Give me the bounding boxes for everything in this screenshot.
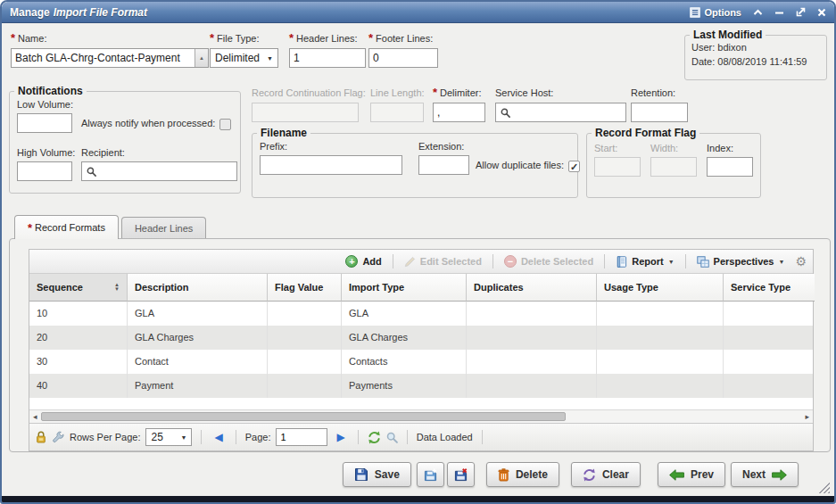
- save-new-icon: [424, 468, 437, 482]
- save-and-new-button[interactable]: [417, 462, 444, 487]
- trash-icon: [498, 468, 509, 482]
- options-button[interactable]: Options: [690, 7, 741, 18]
- header-lines-field: *Header Lines:: [289, 33, 366, 68]
- tab-header-lines[interactable]: Header Lines: [121, 217, 206, 238]
- name-label: *Name:: [11, 33, 209, 46]
- grid-toolbar: + Add Edit Selected − Delete Selected Re…: [29, 250, 813, 274]
- footer-lines-input[interactable]: [368, 48, 438, 68]
- recipient-lookup-input[interactable]: [81, 161, 237, 181]
- rows-per-page-select[interactable]: 25 ▼: [145, 428, 192, 446]
- previous-page-arrow-icon[interactable]: ◀: [211, 431, 226, 443]
- index-input[interactable]: [707, 157, 753, 177]
- record-continuation-flag-field: Record Continuation Flag:: [252, 87, 359, 122]
- filename-legend: Filename: [257, 127, 310, 139]
- table-row[interactable]: 20 GLA Charges GLA Charges: [29, 326, 813, 350]
- report-button[interactable]: Report ▼: [611, 256, 678, 268]
- width-input: [650, 157, 697, 177]
- options-button-label: Options: [704, 7, 741, 18]
- column-header-description[interactable]: Description: [128, 274, 268, 302]
- clear-button[interactable]: Clear: [571, 462, 641, 487]
- column-header-sequence[interactable]: Sequence ▲▼: [29, 274, 128, 302]
- cell-sequence: 30: [29, 350, 128, 374]
- high-volume-input[interactable]: [17, 161, 72, 181]
- low-volume-input[interactable]: [17, 113, 72, 133]
- column-header-usage-type[interactable]: Usage Type: [597, 274, 724, 302]
- header-lines-label: *Header Lines:: [289, 33, 366, 46]
- header-lines-input[interactable]: [289, 48, 366, 68]
- pager-separator: [407, 430, 408, 444]
- last-modified-user: User: bdixon: [691, 42, 747, 53]
- start-input: [594, 157, 641, 177]
- table-row[interactable]: 30 Contact Contacts: [29, 350, 813, 374]
- tab-record-formats[interactable]: * Record Formats: [14, 215, 119, 239]
- collapse-button[interactable]: [753, 9, 763, 16]
- save-and-close-button[interactable]: [447, 462, 475, 487]
- close-button[interactable]: [817, 8, 826, 17]
- file-type-value: Delimited: [215, 52, 260, 64]
- required-marker: *: [11, 31, 15, 45]
- next-button[interactable]: Next: [731, 462, 799, 487]
- retention-input[interactable]: [631, 103, 688, 122]
- manage-import-file-format-window: ManageImport File Format Options *Name:: [0, 0, 836, 504]
- allow-duplicate-files-checkbox[interactable]: ✓: [568, 161, 580, 172]
- chevron-up-icon: [753, 9, 763, 16]
- cell-sequence: 10: [29, 302, 128, 326]
- cell-service-type: [724, 350, 813, 374]
- horizontal-scrollbar[interactable]: ◂ ▸: [29, 409, 813, 423]
- extension-input[interactable]: [418, 155, 469, 175]
- cell-usage-type: [597, 326, 724, 350]
- save-button[interactable]: Save: [343, 462, 411, 487]
- name-spinner-button[interactable]: ▲: [195, 49, 208, 67]
- scroll-left-arrow-icon[interactable]: ◂: [33, 410, 37, 423]
- cell-import-type: GLA Charges: [342, 326, 467, 350]
- table-row[interactable]: 40 Payment Payments: [29, 374, 813, 398]
- pager-separator: [482, 430, 483, 444]
- cell-description: GLA Charges: [128, 326, 268, 350]
- delimiter-input[interactable]: [433, 103, 485, 122]
- cell-usage-type: [597, 302, 724, 326]
- cell-duplicates: [467, 326, 597, 350]
- perspectives-button[interactable]: Perspectives ▼: [692, 256, 790, 268]
- always-notify-checkbox[interactable]: [219, 119, 231, 130]
- refresh-icon[interactable]: [368, 431, 381, 444]
- toolbar-separator: [393, 254, 393, 269]
- add-button[interactable]: + Add: [341, 255, 385, 268]
- page-number-input[interactable]: [276, 428, 327, 446]
- table-row[interactable]: 10 GLA GLA: [29, 302, 813, 326]
- prev-button[interactable]: Prev: [658, 462, 725, 487]
- scroll-right-arrow-icon[interactable]: ▸: [805, 410, 809, 423]
- column-header-duplicates[interactable]: Duplicates: [467, 274, 597, 302]
- gear-icon[interactable]: ⚙: [795, 255, 807, 268]
- pager-separator: [358, 430, 359, 444]
- search-icon: [87, 167, 96, 177]
- chevron-down-icon: ▼: [267, 55, 273, 62]
- cell-usage-type: [597, 350, 724, 374]
- file-type-label: *File Type:: [210, 33, 278, 46]
- search-icon: [501, 108, 510, 118]
- chevron-down-icon: ▼: [181, 434, 187, 441]
- window-titlebar[interactable]: ManageImport File Format Options: [2, 2, 834, 23]
- popout-button[interactable]: [796, 7, 806, 17]
- last-modified-fieldset: Last Modified User: bdixon Date: 08/08/2…: [684, 29, 827, 80]
- name-input[interactable]: [11, 48, 209, 68]
- notifications-fieldset: Notifications Low Volume: Always notify …: [9, 85, 241, 194]
- next-page-arrow-icon[interactable]: ▶: [333, 431, 348, 443]
- wrench-icon[interactable]: [52, 431, 64, 443]
- column-header-import-type[interactable]: Import Type: [342, 274, 467, 302]
- file-type-select[interactable]: Delimited ▼: [210, 48, 278, 68]
- lock-icon[interactable]: [36, 431, 46, 443]
- scrollbar-thumb[interactable]: [41, 412, 566, 421]
- retention-field: Retention:: [631, 87, 688, 122]
- save-close-icon: [454, 468, 468, 482]
- column-header-service-type[interactable]: Service Type: [724, 274, 815, 302]
- column-header-flag-value[interactable]: Flag Value: [268, 274, 342, 302]
- sort-icon: ▲▼: [114, 283, 120, 292]
- delete-button[interactable]: Delete: [486, 462, 559, 487]
- rows-per-page-value: 25: [151, 431, 162, 443]
- toolbar-separator: [604, 254, 605, 269]
- cell-service-type: [724, 374, 813, 398]
- window-title-prefix: Manage: [10, 6, 50, 19]
- minimize-button[interactable]: [774, 9, 784, 16]
- service-host-lookup-input[interactable]: [495, 103, 626, 122]
- prefix-input[interactable]: [260, 155, 402, 175]
